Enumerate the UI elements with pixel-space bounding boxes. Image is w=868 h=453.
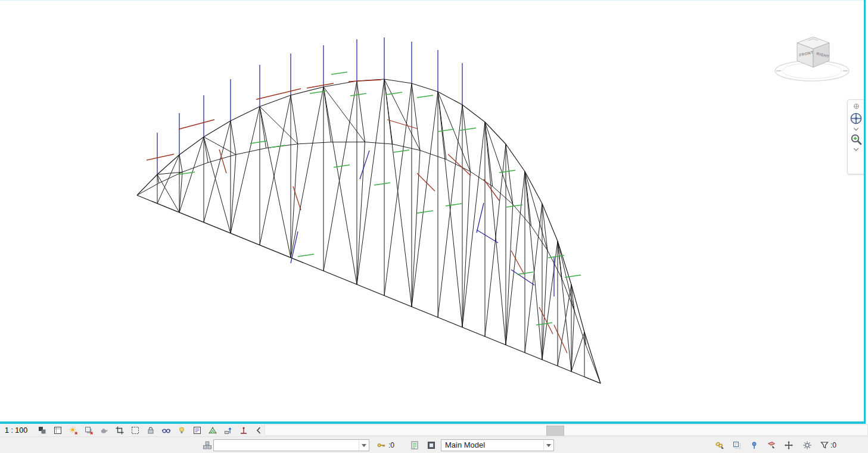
temporary-hide-isolate-icon[interactable] (161, 425, 172, 436)
design-option-combobox[interactable]: Main Model (441, 439, 554, 451)
select-elements-by-face-icon[interactable] (766, 439, 777, 451)
design-options-icon[interactable] (409, 439, 421, 451)
wheel-options-chevron-icon[interactable] (849, 127, 863, 132)
view-control-bar: 1 : 100 (0, 424, 868, 436)
visual-style-icon[interactable] (52, 425, 63, 436)
scrollbar-thumb[interactable] (546, 426, 564, 436)
select-underlay-elements-icon[interactable] (731, 439, 743, 451)
shadows-icon[interactable] (83, 425, 94, 436)
selection-count: :0 (830, 439, 836, 451)
active-design-option-icon[interactable] (425, 439, 437, 451)
zoom-options-chevron-icon[interactable] (849, 147, 863, 152)
status-bar: :0 Main Model :0 (0, 436, 868, 453)
select-links-icon[interactable] (714, 439, 726, 451)
rendering-dialog-icon[interactable] (99, 425, 110, 436)
structural-model-wireframe[interactable] (0, 1, 864, 422)
drag-elements-on-selection-icon[interactable] (783, 439, 795, 451)
active-workset-combobox[interactable] (213, 439, 369, 451)
viewcube[interactable]: FRONT RIGHT (771, 29, 861, 89)
zoom-icon[interactable] (849, 133, 863, 145)
design-option-dropdown-arrow-icon[interactable] (543, 440, 553, 451)
horizontal-scrollbar[interactable] (265, 424, 868, 436)
revit-window: FRONT RIGHT 1 : 100 (0, 0, 868, 453)
settings-gear-icon[interactable] (801, 439, 813, 451)
design-option-value: Main Model (441, 440, 543, 451)
reveal-hidden-elements-icon[interactable] (176, 425, 187, 436)
detail-level-icon[interactable] (37, 425, 48, 436)
drawing-area[interactable]: FRONT RIGHT (0, 0, 864, 422)
crop-view-icon[interactable] (114, 425, 125, 436)
analytical-model-icon[interactable] (207, 425, 218, 436)
editing-requests-count: :0 (388, 439, 394, 451)
workset-dropdown-arrow-icon[interactable] (359, 440, 369, 451)
steering-wheel-icon[interactable] (849, 112, 863, 125)
navigation-wheel-small-icon[interactable] (849, 102, 863, 110)
crop-region-icon[interactable] (130, 425, 141, 436)
select-pinned-elements-icon[interactable] (748, 439, 760, 451)
active-view-border-right (864, 0, 866, 424)
filter-icon[interactable] (819, 439, 830, 451)
temporary-view-properties-icon[interactable] (192, 425, 203, 436)
view-control-icons (37, 425, 265, 436)
displacement-sets-icon[interactable] (223, 425, 234, 436)
reveal-constraints-icon[interactable] (238, 425, 249, 436)
active-workset-value (214, 440, 359, 451)
worksets-icon[interactable] (201, 439, 213, 451)
sun-path-icon[interactable] (68, 425, 79, 436)
navigation-bar (847, 99, 865, 174)
lock-3d-view-icon[interactable] (145, 425, 156, 436)
expand-chevron-icon[interactable] (254, 425, 265, 436)
editing-requests-icon[interactable] (375, 439, 387, 451)
scale-control[interactable]: 1 : 100 (0, 426, 31, 435)
